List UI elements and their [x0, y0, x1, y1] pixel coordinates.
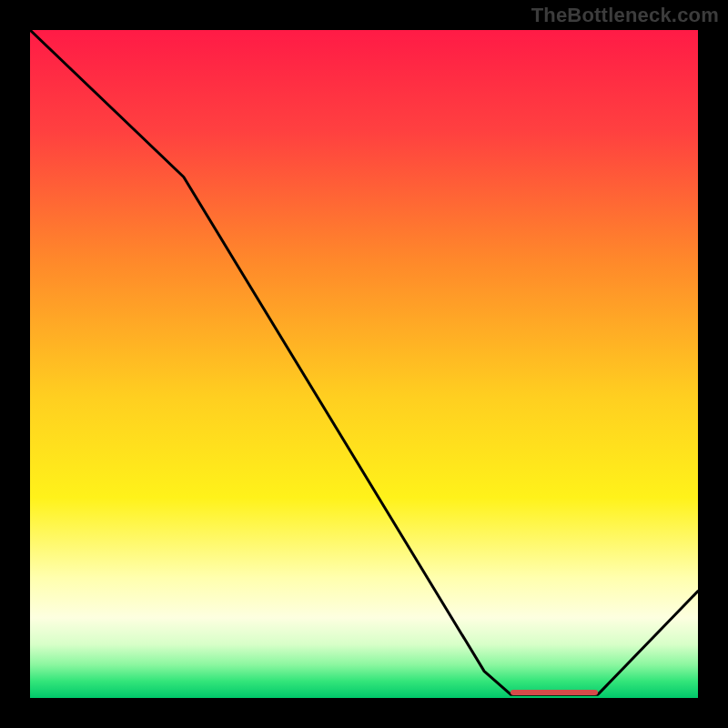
- highlight-marker: [511, 690, 597, 695]
- chart-stage: TheBottleneck.com: [0, 0, 728, 728]
- plot-area: [30, 30, 698, 698]
- x-axis-line: [27, 698, 701, 701]
- watermark-text: TheBottleneck.com: [531, 4, 719, 27]
- curve-line: [30, 30, 698, 698]
- plot-frame: [27, 27, 701, 701]
